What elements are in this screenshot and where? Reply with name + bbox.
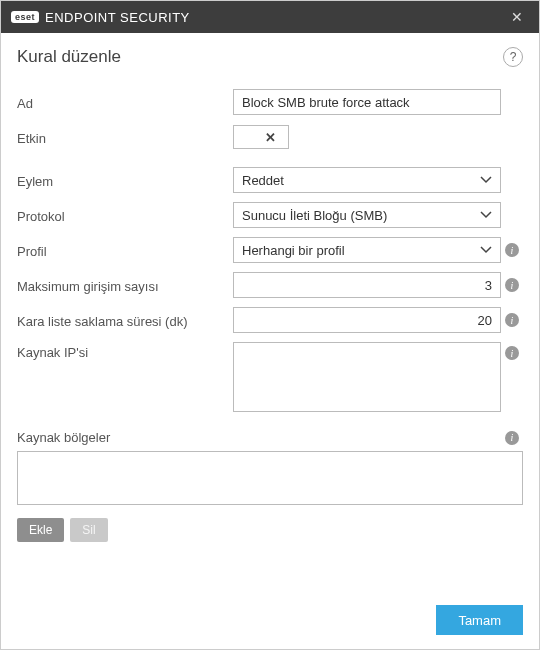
info-icon[interactable]: i (505, 278, 519, 292)
label-source-ip: Kaynak IP'si (17, 342, 233, 360)
form-content: Ad Etkin ✕ Eylem Reddet (1, 77, 539, 593)
label-enabled: Etkin (17, 128, 233, 146)
blacklist-retention-input[interactable] (233, 307, 501, 333)
label-action: Eylem (17, 171, 233, 189)
protocol-select[interactable]: Sunucu İleti Bloğu (SMB) (233, 202, 501, 228)
info-icon[interactable]: i (505, 431, 519, 445)
chevron-down-icon (480, 246, 492, 254)
profile-select[interactable]: Herhangi bir profil (233, 237, 501, 263)
label-blacklist-retention: Kara liste saklama süresi (dk) (17, 311, 233, 329)
info-icon[interactable]: i (505, 313, 519, 327)
info-icon[interactable]: i (505, 346, 519, 360)
delete-button: Sil (70, 518, 107, 542)
max-attempts-input[interactable] (233, 272, 501, 298)
action-select[interactable]: Reddet (233, 167, 501, 193)
label-profile: Profil (17, 241, 233, 259)
source-regions-textarea[interactable] (17, 451, 523, 505)
page-title: Kural düzenle (17, 47, 503, 67)
dialog-footer: Tamam (1, 593, 539, 649)
label-protocol: Protokol (17, 206, 233, 224)
chevron-down-icon (480, 176, 492, 184)
help-button[interactable]: ? (503, 47, 523, 67)
add-button[interactable]: Ekle (17, 518, 64, 542)
dialog-window: eset ENDPOINT SECURITY ✕ Kural düzenle ?… (0, 0, 540, 650)
label-source-regions: Kaynak bölgeler (17, 430, 501, 445)
question-icon: ? (510, 50, 517, 64)
dialog-header: Kural düzenle ? (1, 33, 539, 77)
name-input[interactable] (233, 89, 501, 115)
label-max-attempts: Maksimum girişim sayısı (17, 276, 233, 294)
x-icon: ✕ (265, 130, 276, 145)
info-icon[interactable]: i (505, 243, 519, 257)
close-icon[interactable]: ✕ (505, 9, 529, 25)
ok-button[interactable]: Tamam (436, 605, 523, 635)
title-bar: eset ENDPOINT SECURITY ✕ (1, 1, 539, 33)
label-name: Ad (17, 93, 233, 111)
source-ip-textarea[interactable] (233, 342, 501, 412)
brand-badge: eset (11, 11, 39, 23)
enabled-toggle[interactable]: ✕ (233, 125, 289, 149)
product-name: ENDPOINT SECURITY (45, 10, 190, 25)
chevron-down-icon (480, 211, 492, 219)
